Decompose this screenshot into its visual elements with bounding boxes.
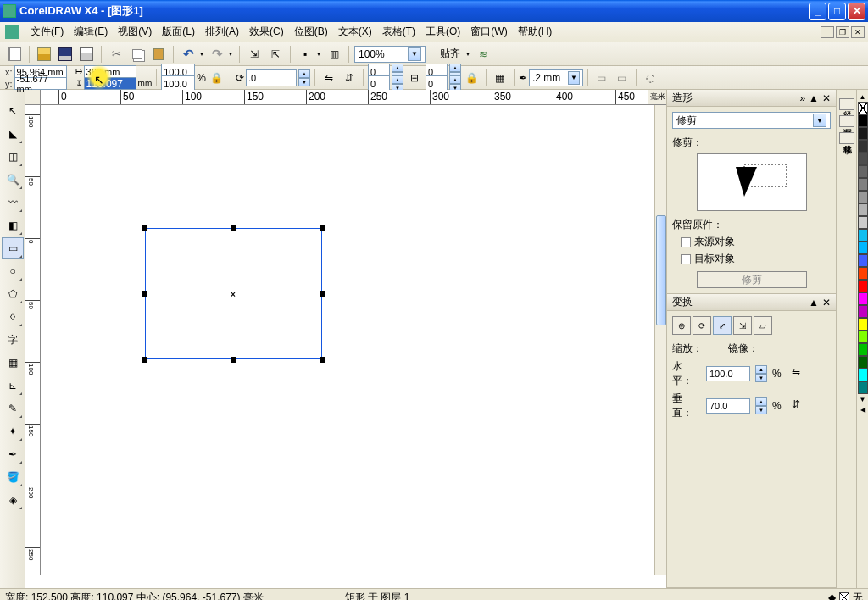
menu-window[interactable]: 窗口(W) xyxy=(465,22,512,42)
rollup-icon[interactable]: ▲ xyxy=(809,92,819,104)
handle-bl[interactable] xyxy=(142,357,147,363)
color-swatch[interactable] xyxy=(858,191,868,203)
transform-position-button[interactable]: ⊕ xyxy=(672,316,691,335)
shape-tool[interactable]: ◣ xyxy=(2,123,24,145)
undo-dropdown[interactable]: ▾ xyxy=(198,45,205,64)
export-button[interactable]: ⇱ xyxy=(266,45,285,64)
color-swatch[interactable] xyxy=(858,114,868,127)
redo-dropdown[interactable]: ▾ xyxy=(227,45,234,64)
outline-width-select[interactable]: .2 mm ▼ xyxy=(529,69,583,86)
color-swatch[interactable] xyxy=(858,153,868,165)
menu-arrange[interactable]: 排列(A) xyxy=(200,22,244,42)
handle-mr[interactable] xyxy=(320,291,326,297)
dimension-tool[interactable]: ⊾ xyxy=(2,375,24,397)
mirror-v-button[interactable]: ⇵ xyxy=(792,398,814,414)
snap-dropdown[interactable]: ▾ xyxy=(465,45,471,64)
undo-button[interactable]: ↶ xyxy=(179,45,198,64)
redo-button[interactable]: ↷ xyxy=(208,45,226,64)
color-swatch[interactable] xyxy=(858,267,868,280)
minimize-button[interactable]: _ xyxy=(809,3,826,20)
sidetab-1[interactable]: 调整 xyxy=(839,115,854,127)
palette-up[interactable]: ▲ xyxy=(858,92,868,102)
y-input[interactable]: -51.677 mm xyxy=(14,77,67,90)
color-swatch[interactable] xyxy=(858,369,868,381)
zoom-select[interactable]: 100% ▼ xyxy=(354,46,426,63)
rollup-icon[interactable]: ▲ xyxy=(809,297,819,308)
scale-h-input[interactable]: 100.0 xyxy=(706,366,750,381)
shaping-docker-title[interactable]: 造形 »▲✕ xyxy=(667,90,836,107)
color-swatch[interactable] xyxy=(858,216,868,229)
fill-swatch[interactable] xyxy=(839,592,849,600)
table-tool[interactable]: ▦ xyxy=(2,352,24,374)
mdi-minimize-button[interactable]: _ xyxy=(821,26,834,38)
snap-label[interactable]: 贴齐 xyxy=(437,47,464,61)
horizontal-ruler[interactable]: 050100150200250300350400450 xyxy=(41,90,654,105)
mdi-close-button[interactable]: ✕ xyxy=(851,26,865,38)
color-swatch[interactable] xyxy=(858,331,868,343)
scale-v-input[interactable]: 70.0 xyxy=(706,398,750,414)
fill-tool[interactable]: 🪣 xyxy=(2,466,24,488)
cut-button[interactable]: ✂ xyxy=(107,45,125,64)
dock-close-icon[interactable]: ✕ xyxy=(822,92,831,104)
app-launcher-dropdown[interactable]: ▾ xyxy=(315,45,322,64)
crop-tool[interactable]: ◫ xyxy=(2,146,24,168)
color-swatch[interactable] xyxy=(858,165,868,178)
zoom-tool[interactable]: 🔍 xyxy=(2,169,24,191)
basic-shapes-tool[interactable]: ◊ xyxy=(2,306,24,328)
ellipse-tool[interactable]: ○ xyxy=(2,260,24,282)
eyedropper-tool[interactable]: ✎ xyxy=(2,397,24,419)
shaping-mode-select[interactable]: 修剪 ▼ xyxy=(672,112,831,129)
menu-view[interactable]: 视图(V) xyxy=(113,22,157,42)
options-button[interactable]: ≋ xyxy=(474,45,492,64)
sidetab-0[interactable]: 路径 xyxy=(839,98,854,110)
handle-br[interactable] xyxy=(320,357,326,363)
new-button[interactable] xyxy=(5,45,24,64)
close-button[interactable]: ✕ xyxy=(848,3,865,20)
mirror-h-button[interactable]: ⇋ xyxy=(792,366,814,381)
paste-button[interactable] xyxy=(149,45,168,64)
color-swatch[interactable] xyxy=(858,381,868,394)
color-swatch[interactable] xyxy=(858,305,868,318)
menu-edit[interactable]: 编辑(E) xyxy=(69,22,113,42)
mdi-restore-button[interactable]: ❐ xyxy=(836,26,849,38)
wrap-text-button[interactable]: ▦ xyxy=(491,69,509,87)
color-swatch[interactable] xyxy=(858,254,868,267)
save-button[interactable] xyxy=(56,45,75,64)
expand-icon[interactable]: » xyxy=(799,92,805,104)
sidetab-2[interactable]: 字符格式化 xyxy=(839,132,854,144)
mirror-v-button[interactable]: ⇵ xyxy=(340,69,359,87)
menu-tools[interactable]: 工具(O) xyxy=(420,22,465,42)
color-swatch[interactable] xyxy=(858,203,868,216)
shaping-apply-button[interactable]: 修剪 xyxy=(697,271,807,288)
handle-tr[interactable] xyxy=(320,225,326,231)
freehand-tool[interactable]: 〰 xyxy=(2,192,24,214)
no-color-swatch[interactable] xyxy=(858,102,868,114)
transform-rotate-button[interactable]: ⟳ xyxy=(693,316,711,335)
canvas-viewport[interactable]: × xyxy=(41,105,654,575)
width-input[interactable]: 366 mm xyxy=(84,65,136,78)
round-together-button[interactable]: 🔒 xyxy=(463,69,481,87)
lock-ratio-button[interactable]: 🔒 xyxy=(208,69,226,87)
print-button[interactable] xyxy=(77,45,96,64)
handle-tl[interactable] xyxy=(142,225,147,231)
interactive-fill-tool[interactable]: ◈ xyxy=(2,489,24,511)
color-swatch[interactable] xyxy=(858,242,868,254)
mirror-h-button[interactable]: ⇋ xyxy=(320,69,338,87)
rotation-spin-down[interactable]: ▼ xyxy=(298,78,310,86)
menu-layout[interactable]: 版面(L) xyxy=(157,22,200,42)
menu-bitmaps[interactable]: 位图(B) xyxy=(289,22,333,42)
transform-docker-title[interactable]: 变换 ▲✕ xyxy=(667,294,836,311)
transform-skew-button[interactable]: ▱ xyxy=(754,316,772,335)
vertical-ruler[interactable]: 10050050100150200250 xyxy=(25,105,41,575)
menu-text[interactable]: 文本(X) xyxy=(333,22,377,42)
to-front-button[interactable]: ▭ xyxy=(593,69,611,87)
smart-fill-tool[interactable]: ◧ xyxy=(2,214,24,236)
rotation-spin-up[interactable]: ▲ xyxy=(298,69,310,78)
transform-size-button[interactable]: ⇲ xyxy=(733,316,752,335)
rotation-input[interactable]: .0 xyxy=(246,69,297,86)
vscroll-thumb[interactable] xyxy=(656,215,666,325)
menu-file[interactable]: 文件(F) xyxy=(25,22,69,42)
color-swatch[interactable] xyxy=(858,318,868,331)
menu-table[interactable]: 表格(T) xyxy=(377,22,420,42)
color-swatch[interactable] xyxy=(858,178,868,191)
